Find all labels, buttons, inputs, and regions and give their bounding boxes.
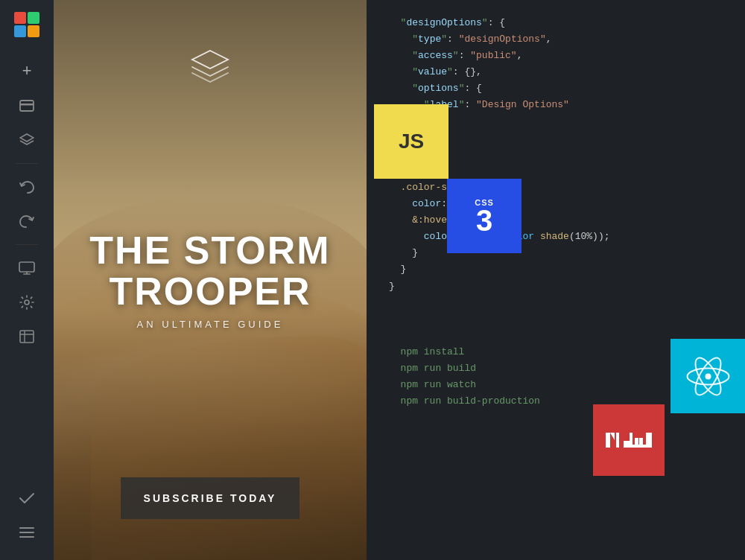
cover-subtitle: AN ULTIMATE GUIDE xyxy=(69,319,351,330)
check-icon[interactable] xyxy=(12,483,42,513)
svg-rect-0 xyxy=(14,12,26,24)
subscribe-button[interactable]: SUBSCRIBE TODAY xyxy=(121,477,299,519)
svg-rect-8 xyxy=(20,331,34,343)
js-badge: JS xyxy=(374,104,448,179)
svg-rect-1 xyxy=(28,12,39,24)
add-icon[interactable]: + xyxy=(12,57,42,86)
svg-rect-26 xyxy=(635,438,638,445)
cover-stack-icon xyxy=(188,45,232,93)
css3-version: 3 xyxy=(476,207,492,234)
svg-rect-4 xyxy=(20,101,34,111)
cover-title-line1: THE STORM xyxy=(69,230,351,271)
redo-icon[interactable] xyxy=(12,206,42,236)
svg-point-7 xyxy=(25,300,29,305)
logo xyxy=(13,10,41,42)
code-panel: "designOptions": { "type": "designOption… xyxy=(367,0,745,560)
monitor-icon[interactable] xyxy=(12,253,42,283)
undo-icon[interactable] xyxy=(12,172,42,202)
css3-badge-content: CSS 3 xyxy=(475,198,494,234)
sidebar-bottom xyxy=(12,481,42,550)
svg-rect-21 xyxy=(624,433,628,438)
svg-marker-9 xyxy=(192,51,228,69)
react-badge xyxy=(670,339,745,413)
svg-rect-25 xyxy=(633,433,646,438)
cover-title: THE STORM TROOPER AN ULTIMATE GUIDE xyxy=(69,230,351,330)
main-content: THE STORM TROOPER AN ULTIMATE GUIDE SUBS… xyxy=(54,0,745,560)
svg-rect-27 xyxy=(639,438,643,445)
svg-point-13 xyxy=(705,373,711,379)
svg-rect-6 xyxy=(19,262,34,272)
sidebar: + xyxy=(0,0,54,560)
card-icon[interactable] xyxy=(12,91,42,121)
subscribe-button-wrapper[interactable]: SUBSCRIBE TODAY xyxy=(121,477,299,519)
divider-2 xyxy=(16,244,38,245)
cover-title-line2: TROOPER xyxy=(69,271,351,312)
js-badge-label: JS xyxy=(399,130,424,153)
table-icon[interactable] xyxy=(12,322,42,351)
svg-rect-15 xyxy=(606,433,610,448)
npm-badge xyxy=(593,404,665,476)
svg-rect-2 xyxy=(14,25,26,37)
book-cover: THE STORM TROOPER AN ULTIMATE GUIDE SUBS… xyxy=(54,0,367,560)
preview-panel: THE STORM TROOPER AN ULTIMATE GUIDE SUBS… xyxy=(54,0,367,560)
css3-badge: CSS 3 xyxy=(447,179,522,253)
divider-1 xyxy=(16,163,38,164)
svg-rect-3 xyxy=(28,25,39,37)
settings-icon[interactable] xyxy=(12,287,42,317)
svg-rect-5 xyxy=(20,104,34,106)
hamburger-menu-icon[interactable] xyxy=(12,518,42,547)
layers-icon[interactable] xyxy=(12,125,42,155)
